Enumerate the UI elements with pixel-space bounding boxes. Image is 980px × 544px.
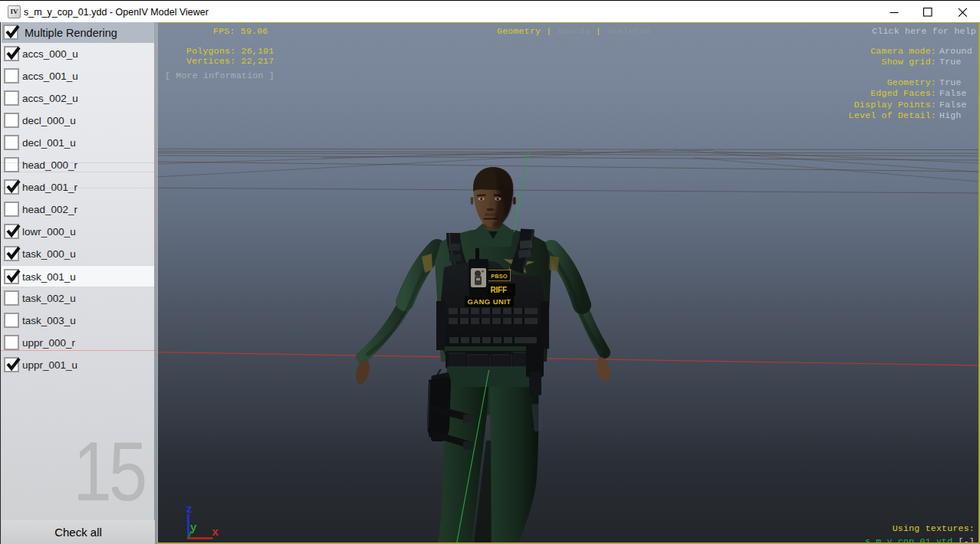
svg-text:z: z — [186, 502, 192, 515]
svg-text:y: y — [190, 520, 197, 533]
svg-text:PBSO: PBSO — [491, 273, 507, 280]
svg-text:RIFF: RIFF — [491, 286, 508, 294]
svg-text:GANG UNIT: GANG UNIT — [468, 297, 511, 306]
svg-text:x: x — [212, 525, 219, 538]
